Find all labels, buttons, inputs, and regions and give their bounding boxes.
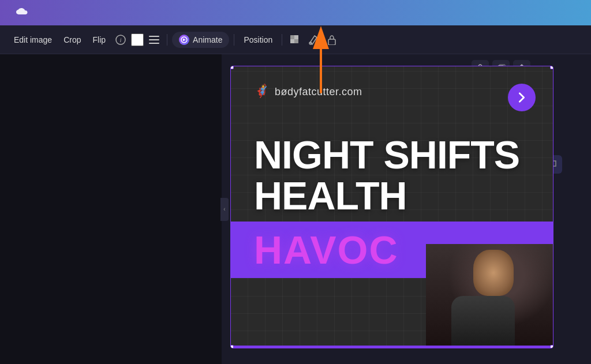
lock-icon[interactable] [324, 32, 340, 48]
handle-top-left[interactable] [230, 66, 234, 69]
crop-button[interactable]: Crop [59, 32, 85, 47]
animate-label: Animate [193, 35, 222, 44]
position-button[interactable]: Position [239, 32, 277, 47]
left-panel-toggle[interactable]: ‹ [220, 198, 229, 221]
card-background: 🦸 bødyfatcutter.com NIGHT SHIFTS HEALTH [231, 66, 553, 348]
person-silhouette [426, 244, 553, 348]
chevron-right-button[interactable] [508, 84, 536, 111]
toolbar-divider-2 [234, 34, 234, 46]
right-panel [562, 54, 591, 364]
edit-image-button[interactable]: Edit image [9, 32, 57, 47]
brand-name: bødyfatcutter.com [275, 86, 362, 98]
paint-icon[interactable] [305, 32, 321, 48]
toolbar: Edit image Crop Flip i Animate [0, 25, 591, 54]
person-head [473, 250, 514, 296]
svg-rect-3 [149, 39, 159, 40]
brand-emoji-icon: 🦸 [254, 84, 270, 100]
handle-top-right[interactable] [550, 66, 553, 69]
handle-bottom-left[interactable] [230, 345, 234, 348]
animate-button[interactable]: Animate [172, 32, 229, 48]
svg-rect-2 [149, 36, 159, 37]
animate-icon [179, 35, 189, 45]
design-card: 🦸 bødyfatcutter.com NIGHT SHIFTS HEALTH [230, 66, 553, 348]
card-title-area: NIGHT SHIFTS HEALTH [231, 111, 553, 217]
flip-button[interactable]: Flip [88, 32, 111, 47]
card-bottom-line [231, 346, 553, 348]
main-area: ‹ [0, 54, 591, 364]
color-swatch[interactable] [131, 33, 144, 46]
hamburger-icon[interactable] [146, 32, 162, 48]
svg-rect-4 [149, 43, 159, 44]
person-image [426, 244, 553, 348]
panel-toggle-icon: ‹ [223, 206, 225, 212]
handle-bottom-right[interactable] [550, 345, 553, 348]
card-line2: HEALTH [254, 175, 530, 216]
svg-text:i: i [120, 36, 122, 43]
transparency-icon[interactable] [287, 32, 303, 48]
toolbar-divider-1 [167, 34, 167, 46]
canvas-area: 🦸 bødyfatcutter.com NIGHT SHIFTS HEALTH [222, 54, 562, 364]
left-panel: ‹ [0, 54, 222, 364]
person-torso [451, 296, 515, 348]
card-line1: NIGHT SHIFTS [254, 134, 530, 175]
svg-rect-11 [290, 35, 298, 43]
app-logo[interactable] [12, 3, 30, 22]
info-icon[interactable]: i [113, 32, 129, 48]
toolbar-divider-3 [282, 34, 282, 46]
top-bar [0, 0, 591, 25]
svg-rect-13 [328, 39, 335, 45]
card-header: 🦸 bødyfatcutter.com [231, 66, 553, 111]
